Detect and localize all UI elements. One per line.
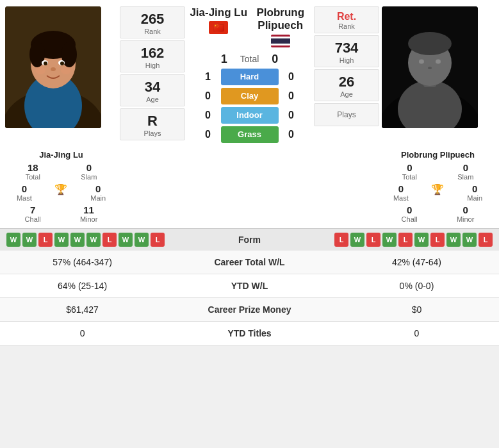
right-plays-block: Plays bbox=[314, 103, 379, 126]
stats-center-1: YTD W/L bbox=[165, 274, 334, 297]
total-row: 1 Total 0 bbox=[221, 53, 279, 66]
stats-center-3: YTD Titles bbox=[165, 321, 334, 345]
hard-row: 1 Hard 0 bbox=[188, 69, 311, 85]
right-total-val: 0 bbox=[407, 162, 412, 173]
stats-table: 57% (464-347)Career Total W/L42% (47-64)… bbox=[0, 251, 499, 345]
left-plays-label: Plays bbox=[144, 129, 161, 137]
right-rank-label: Rank bbox=[338, 22, 355, 30]
main-container: 265 Rank 162 High 34 Age R Plays Jia-Jin… bbox=[0, 0, 499, 345]
left-player-name-top: Jia-Jing Lu bbox=[188, 6, 250, 19]
right-trophy-icon: 🏆 bbox=[431, 183, 444, 195]
thai-flag-icon bbox=[271, 35, 290, 47]
right-mast-lbl: Mast bbox=[393, 194, 409, 202]
hard-left-score: 1 bbox=[202, 71, 215, 83]
left-player-col bbox=[5, 6, 117, 143]
stats-left-3: 0 bbox=[0, 321, 165, 345]
indoor-left-score: 0 bbox=[202, 110, 215, 121]
clay-row: 0 Clay 0 bbox=[188, 88, 311, 104]
indoor-right-score: 0 bbox=[285, 110, 298, 121]
stats-row-3: 0YTD Titles0 bbox=[0, 321, 499, 345]
clay-right-score: 0 bbox=[285, 90, 298, 102]
left-stats-row2: 0 Mast 🏆 0 Main bbox=[5, 183, 117, 202]
form-badge-right-w: W bbox=[462, 233, 477, 247]
form-badge-left-l: L bbox=[151, 233, 165, 247]
total-right-score: 0 bbox=[272, 53, 278, 66]
center-spacer bbox=[188, 146, 311, 223]
left-player-photo bbox=[5, 6, 101, 128]
form-badge-right-l: L bbox=[398, 233, 413, 247]
right-slam-val: 0 bbox=[463, 162, 468, 173]
china-flag-icon: 🇨🇳 bbox=[209, 21, 228, 34]
left-plays-value: R bbox=[147, 113, 158, 129]
left-age-value: 34 bbox=[145, 79, 160, 95]
form-badge-left-w: W bbox=[70, 233, 85, 247]
right-mast-cell: 0 Mast bbox=[393, 183, 409, 202]
form-badges-right: LWLWLWLWWL bbox=[288, 233, 493, 247]
right-player-name-top: PlobrungPlipuech bbox=[250, 6, 312, 33]
right-player-svg bbox=[382, 6, 478, 128]
right-flag bbox=[250, 35, 312, 50]
right-main-cell: 0 Main bbox=[467, 183, 482, 202]
left-trophy-cell: 🏆 bbox=[54, 183, 67, 202]
grass-badge: Grass bbox=[221, 126, 279, 143]
form-badge-right-w: W bbox=[350, 233, 364, 247]
right-main-val: 0 bbox=[472, 183, 477, 194]
right-main-lbl: Main bbox=[467, 194, 482, 202]
left-slam-lbl: Slam bbox=[81, 173, 97, 181]
right-age-block: 26 Age bbox=[314, 69, 379, 101]
svg-point-13 bbox=[35, 67, 45, 74]
form-badge-left-w: W bbox=[22, 233, 37, 247]
svg-point-10 bbox=[44, 62, 47, 65]
stats-center-0: Career Total W/L bbox=[165, 251, 334, 274]
total-left-score: 1 bbox=[221, 53, 227, 66]
form-badge-left-l: L bbox=[102, 233, 117, 247]
left-flag: 🇨🇳 bbox=[188, 21, 250, 34]
stats-center-2: Career Prize Money bbox=[165, 297, 334, 321]
left-mast-val: 0 bbox=[22, 183, 27, 194]
left-main-cell: 0 Main bbox=[90, 183, 106, 202]
indoor-row: 0 Indoor 0 bbox=[188, 107, 311, 124]
right-player-col bbox=[382, 6, 494, 143]
right-rank-value: Ret. bbox=[337, 11, 356, 22]
form-badge-left-w: W bbox=[6, 233, 20, 247]
left-total-lbl: Total bbox=[26, 173, 40, 181]
left-chall-val: 7 bbox=[30, 204, 35, 215]
left-player-name-label: Jia-Jing Lu bbox=[5, 150, 117, 160]
form-badge-right-l: L bbox=[430, 233, 445, 247]
left-player-info: Jia-Jing Lu 18 Total 0 Slam 0 Mast 🏆 bbox=[5, 146, 117, 223]
mid-left-col: 265 Rank 162 High 34 Age R Plays bbox=[117, 6, 188, 143]
right-stats-row1: 0 Total 0 Slam bbox=[382, 162, 494, 181]
form-section: WWLWWWLWWL Form LWLWLWLWWL bbox=[0, 228, 499, 251]
svg-point-23 bbox=[428, 67, 432, 69]
left-stats-row1: 18 Total 0 Slam bbox=[5, 162, 117, 181]
indoor-badge: Indoor bbox=[221, 107, 279, 124]
right-rank-block: Ret. Rank bbox=[314, 6, 379, 33]
right-high-block: 734 High bbox=[314, 35, 379, 67]
right-age-label: Age bbox=[340, 90, 353, 98]
stats-right-1: 0% (0-0) bbox=[334, 274, 499, 297]
stats-row-0: 57% (464-347)Career Total W/L42% (47-64) bbox=[0, 251, 499, 274]
left-age-block: 34 Age bbox=[120, 74, 185, 106]
left-slam-val: 0 bbox=[86, 162, 92, 173]
right-total-lbl: Total bbox=[402, 173, 417, 181]
stats-row-1: 64% (25-14)YTD W/L0% (0-0) bbox=[0, 274, 499, 297]
form-badge-right-w: W bbox=[382, 233, 397, 247]
grass-right-score: 0 bbox=[285, 129, 298, 140]
svg-point-22 bbox=[436, 60, 441, 64]
right-player-name-label: Plobrung Plipuech bbox=[382, 150, 494, 160]
form-badge-right-l: L bbox=[479, 233, 493, 247]
right-mast-val: 0 bbox=[398, 183, 404, 194]
right-slam-lbl: Slam bbox=[457, 173, 473, 181]
total-label: Total bbox=[240, 54, 259, 64]
hard-right-score: 0 bbox=[285, 71, 298, 83]
left-plays-block: R Plays bbox=[120, 108, 185, 140]
left-minor-lbl: Minor bbox=[80, 215, 98, 223]
form-badge-left-w: W bbox=[119, 233, 133, 247]
left-main-lbl: Main bbox=[90, 194, 106, 202]
svg-point-21 bbox=[419, 60, 424, 64]
left-chall-lbl: Chall bbox=[25, 215, 41, 223]
left-stats-row3: 7 Chall 11 Minor bbox=[5, 204, 117, 223]
right-minor-cell: 0 Minor bbox=[457, 204, 475, 223]
grass-left-score: 0 bbox=[202, 129, 215, 140]
form-badge-left-w: W bbox=[86, 233, 101, 247]
